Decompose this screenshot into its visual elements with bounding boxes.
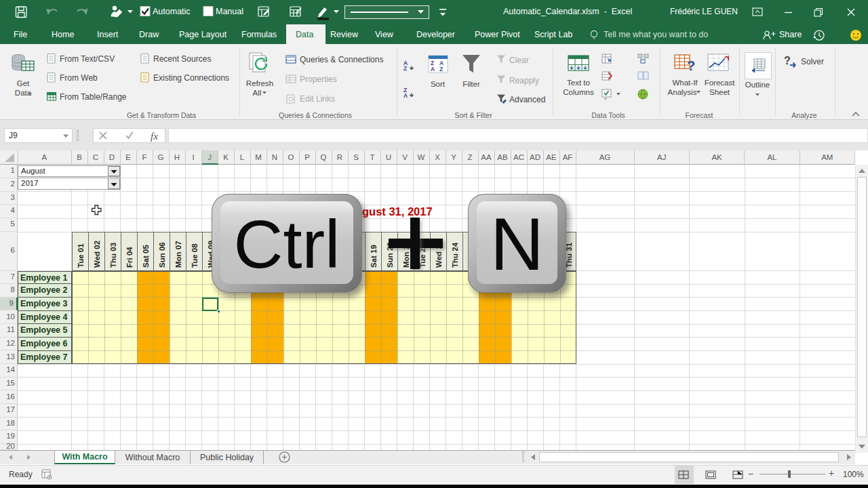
svg-text:A: A bbox=[431, 66, 435, 73]
svg-text:Z: Z bbox=[403, 65, 407, 72]
svg-text:Z: Z bbox=[431, 60, 434, 66]
svg-text:?: ? bbox=[784, 55, 791, 66]
svg-text:A: A bbox=[403, 92, 408, 99]
svg-text:fx: fx bbox=[151, 131, 158, 142]
svg-text:?: ? bbox=[687, 58, 695, 73]
svg-text:Z: Z bbox=[439, 66, 443, 73]
svg-text:A: A bbox=[439, 60, 443, 66]
